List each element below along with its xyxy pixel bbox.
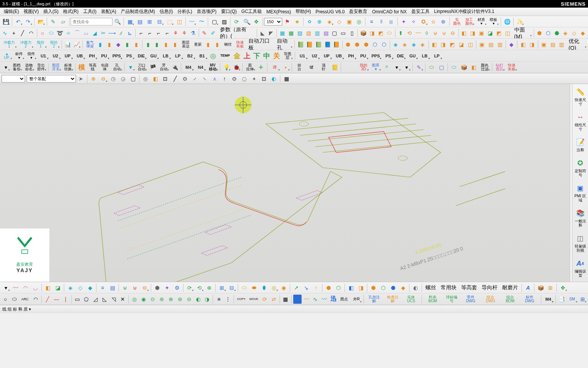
equal-wire[interactable]: 等高线 bbox=[87, 63, 98, 72]
bt-e[interactable]: ◪ bbox=[53, 283, 62, 292]
bt-j[interactable]: ▤ bbox=[108, 283, 117, 292]
bt-h[interactable]: ◆ bbox=[85, 283, 95, 292]
gold-char[interactable]: 金 bbox=[232, 51, 242, 60]
bt-w[interactable]: ⬬ bbox=[250, 283, 259, 292]
price2[interactable]: 报价2 bbox=[48, 40, 60, 49]
color-filter[interactable]: 颜色过滤 bbox=[479, 63, 490, 72]
auto-hole2[interactable]: 孔自动 bbox=[111, 63, 123, 72]
shape2-icon[interactable]: ▤ bbox=[487, 40, 495, 49]
box4-icon[interactable]: 📦 bbox=[459, 63, 468, 72]
station-U1[interactable]: U1 bbox=[38, 51, 49, 60]
fsnap9-icon[interactable]: ↑ bbox=[220, 74, 229, 83]
cyl-icon[interactable]: ⬭ bbox=[386, 29, 394, 38]
bc-thread[interactable]: 〰 bbox=[302, 295, 311, 304]
menu-edit[interactable]: 编辑(E) bbox=[2, 8, 21, 16]
fake-parts[interactable]: 假件▾ bbox=[25, 51, 37, 60]
bt-p[interactable]: ⚙ bbox=[172, 283, 182, 292]
tri1-icon[interactable]: ◣ bbox=[259, 29, 267, 38]
grid3-icon[interactable]: ⊞ bbox=[145, 17, 154, 26]
extrude-icon[interactable]: ⬆ bbox=[397, 29, 405, 38]
rp-edit-settings[interactable]: AA 编辑设置 bbox=[572, 257, 588, 279]
bc-rough-bom[interactable]: 料表BOM bbox=[424, 295, 442, 304]
cube3d4-icon[interactable]: ◪ bbox=[457, 40, 466, 49]
ins4-icon[interactable]: ▮ bbox=[171, 40, 179, 49]
menu-format[interactable]: 格式(R) bbox=[61, 8, 81, 16]
bt-ae[interactable]: ⬡ bbox=[334, 283, 343, 292]
end3-icon[interactable]: ⬣ bbox=[553, 29, 561, 38]
bt-equal-sleeve[interactable]: 等高套 bbox=[459, 283, 479, 292]
comp3-icon[interactable]: ⬢ bbox=[362, 40, 370, 49]
bt-y[interactable]: ◎ bbox=[269, 283, 278, 292]
station2-LP[interactable]: LP bbox=[431, 51, 443, 60]
station2-PPS[interactable]: PPS bbox=[370, 51, 382, 60]
fsnap7-icon[interactable]: ⟍ bbox=[200, 74, 209, 83]
br2-icon[interactable]: ⌐ bbox=[146, 29, 154, 38]
bc-spring2[interactable]: 〰 bbox=[320, 295, 329, 304]
bt-ah[interactable]: ⬢ bbox=[369, 283, 378, 292]
fsnap13-icon[interactable]: ⊡ bbox=[259, 74, 269, 83]
guide-layer[interactable]: 导图层 bbox=[282, 51, 293, 60]
sq2-icon[interactable]: ▢ bbox=[437, 63, 446, 72]
bulb-icon[interactable]: 💡 bbox=[222, 63, 231, 72]
circle-icon[interactable]: ○ bbox=[38, 29, 46, 38]
bc-arc[interactable]: ARC bbox=[19, 295, 31, 304]
point-icon[interactable]: + bbox=[10, 29, 18, 38]
mv-btn[interactable]: MV移动 bbox=[207, 63, 218, 72]
bc-tri1[interactable]: ◿ bbox=[91, 295, 100, 304]
chamfer-icon[interactable]: ◢ bbox=[91, 29, 99, 38]
plus-icon[interactable]: + bbox=[256, 63, 266, 72]
comp9-icon[interactable]: ◈ bbox=[419, 40, 427, 49]
sp4-icon[interactable]: ✫ bbox=[429, 17, 438, 26]
menu-mex-press[interactable]: MEX(Press) bbox=[264, 8, 293, 16]
menu-insert[interactable]: 插入(S) bbox=[41, 8, 61, 16]
bc-conc2[interactable]: ◉ bbox=[139, 295, 148, 304]
mid-char[interactable]: 中 bbox=[262, 51, 271, 60]
station2-UP[interactable]: UP bbox=[321, 51, 332, 60]
station-UB[interactable]: UB bbox=[74, 51, 85, 60]
ins1-icon[interactable]: ▮ bbox=[144, 40, 152, 49]
circle-o-icon[interactable]: ◎ bbox=[209, 51, 218, 60]
f-arrow-icon[interactable]: ➤ bbox=[76, 74, 85, 83]
station2-LB[interactable]: LB bbox=[419, 51, 430, 60]
station2-PH[interactable]: PH bbox=[345, 51, 357, 60]
assy4-icon[interactable]: 📘 bbox=[323, 40, 332, 49]
bc-origin-bom[interactable]: 组合BOM bbox=[501, 295, 519, 304]
bc-std-dwg[interactable]: 标件DWG bbox=[520, 295, 539, 304]
bt-b[interactable]: ◠ bbox=[21, 283, 30, 292]
process-color[interactable]: 加工颜色 bbox=[463, 17, 475, 26]
bc-eq2[interactable]: ⋮ bbox=[224, 295, 232, 304]
fsnap1-icon[interactable]: ◎ bbox=[141, 74, 150, 83]
comp8-icon[interactable]: ◈ bbox=[409, 40, 418, 49]
bc-oval[interactable]: ⬭ bbox=[10, 295, 19, 304]
sketch-button[interactable]: ✎ bbox=[49, 17, 58, 26]
filter-combo1[interactable] bbox=[2, 75, 25, 82]
filter-combo2[interactable]: 整个装配 bbox=[27, 75, 76, 82]
station2-PU[interactable]: PU bbox=[357, 51, 369, 60]
end4-icon[interactable]: ◈ bbox=[561, 29, 569, 38]
bt-ai[interactable]: ⬡ bbox=[379, 283, 388, 292]
key[interactable]: 键 bbox=[306, 63, 317, 72]
assy5-icon[interactable]: 📙 bbox=[332, 40, 341, 49]
bc-rot[interactable]: ⟳ bbox=[261, 295, 269, 304]
bc-hline[interactable]: — bbox=[52, 295, 61, 304]
solid5-icon[interactable]: ◩ bbox=[495, 29, 503, 38]
std-convert[interactable]: 标准转换 bbox=[62, 63, 74, 72]
bc-grid[interactable]: ▦ bbox=[281, 295, 290, 304]
scale-combo[interactable]: 150 bbox=[264, 18, 282, 25]
bc-circle[interactable]: ○ bbox=[1, 295, 9, 304]
hatch-icon[interactable]: ▦ bbox=[278, 29, 286, 38]
down-char[interactable]: 下 bbox=[252, 51, 261, 60]
zoom-icon[interactable]: 🔍 bbox=[242, 17, 251, 26]
rp-annotation[interactable]: 📝 注释 bbox=[572, 136, 588, 154]
pair2-icon[interactable]: ◨ bbox=[528, 40, 536, 49]
bt-c[interactable]: ◡ bbox=[31, 283, 40, 292]
trip1-icon[interactable]: ▣ bbox=[540, 40, 548, 49]
bc-conc5[interactable]: ⊛ bbox=[167, 295, 175, 304]
purple1-icon[interactable]: ◆ bbox=[507, 40, 516, 49]
select3-icon[interactable]: ◈ bbox=[325, 17, 334, 26]
bt-g[interactable]: ◇ bbox=[76, 283, 85, 292]
rp-general-note[interactable]: 📚 一般注释 bbox=[572, 207, 588, 229]
bc-line[interactable]: ╱ bbox=[43, 295, 52, 304]
pin[interactable]: 顶针 bbox=[318, 63, 329, 72]
bc-solid-ucs[interactable]: 实体UCS bbox=[402, 295, 420, 304]
